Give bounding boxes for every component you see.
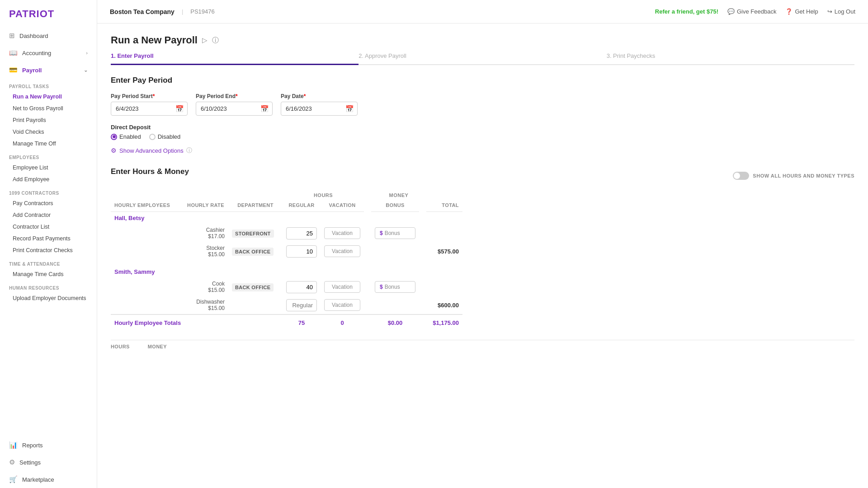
logout-icon: ↪ — [827, 8, 832, 15]
human-resources-label: HUMAN RESOURCES — [0, 280, 97, 292]
sidebar-item-pay-contractors[interactable]: Pay Contractors — [0, 197, 97, 209]
col-regular: Regular — [283, 201, 321, 212]
role-cook: Cook $15.00 — [183, 278, 228, 296]
pay-period-title: Enter Pay Period — [111, 76, 854, 85]
hours-money-title: Enter Hours & Money — [111, 167, 189, 176]
money-group-header: MONEY — [371, 190, 426, 201]
calendar-icon[interactable]: 📅 — [175, 105, 184, 113]
sidebar-item-upload-docs[interactable]: Upload Employer Documents — [0, 292, 97, 304]
toggle-label: SHOW ALL HOURS AND MONEY TYPES — [753, 173, 854, 178]
direct-deposit-disabled[interactable]: Disabled — [149, 133, 181, 140]
hours-group-header: HOURS — [283, 190, 364, 201]
topbar: Boston Tea Company | PS19476 Refer a fri… — [97, 0, 868, 23]
role-stocker: Stocker $15.00 — [183, 242, 228, 260]
show-advanced-options[interactable]: ⚙ Show Advanced Options ⓘ — [111, 146, 854, 155]
help-circle-icon[interactable]: ⓘ — [212, 36, 219, 45]
vacation-btn-smith-2[interactable]: Vacation — [324, 299, 360, 311]
regular-input-hall-1[interactable] — [286, 227, 317, 239]
totals-regular: 75 — [283, 314, 321, 331]
regular-input-smith-2[interactable] — [286, 299, 317, 311]
logout-link[interactable]: ↪ Log Out — [827, 8, 855, 15]
sidebar-item-manage-time-cards[interactable]: Manage Time Cards — [0, 268, 97, 280]
vacation-btn-hall-2[interactable]: Vacation — [324, 245, 360, 257]
marketplace-icon: 🛒 — [9, 475, 18, 483]
totals-total: $1,175.00 — [426, 314, 462, 331]
employee-name-smith[interactable]: Smith, Sammy — [114, 268, 155, 275]
sidebar-item-employee-list[interactable]: Employee List — [0, 162, 97, 174]
step-2[interactable]: 2. Approve Payroll — [359, 52, 606, 65]
pay-period-section: Enter Pay Period Pay Period Start* 📅 Pay… — [111, 76, 854, 155]
table-row: Stocker $15.00 BACK OFFICE Vacation $575… — [111, 242, 854, 260]
total-smith-1 — [426, 278, 462, 296]
show-all-toggle[interactable] — [733, 172, 749, 180]
start-label: Pay Period Start* — [111, 93, 188, 99]
radio-enabled-circle — [111, 134, 117, 140]
regular-input-smith-1[interactable] — [286, 281, 317, 293]
col-bonus: Bonus — [371, 201, 419, 212]
logo: PATRIOT — [9, 8, 54, 19]
pay-date-label: Pay Date* — [281, 93, 358, 99]
refer-link[interactable]: Refer a friend, get $75! — [655, 8, 718, 15]
sidebar-item-label: Marketplace — [22, 476, 54, 483]
sidebar-item-add-contractor[interactable]: Add Contractor — [0, 209, 97, 221]
calendar-icon[interactable]: 📅 — [260, 105, 269, 113]
dept-backoffice-2: BACK OFFICE — [232, 283, 274, 291]
settings-icon: ⚙ — [9, 458, 15, 466]
step-1[interactable]: 1. Enter Payroll — [111, 52, 359, 65]
employee-name-hall[interactable]: Hall, Betsy — [114, 215, 144, 221]
sidebar-item-manage-time-off[interactable]: Manage Time Off — [0, 138, 97, 150]
bonus-btn-hall-1[interactable]: $ Bonus — [375, 227, 415, 239]
sidebar-item-label: Dashboard — [19, 33, 48, 39]
calendar-icon[interactable]: 📅 — [345, 105, 354, 113]
help-icon: ❓ — [785, 8, 793, 15]
radio-disabled-circle — [149, 134, 156, 140]
sidebar-item-print-contractor-checks[interactable]: Print Contractor Checks — [0, 244, 97, 256]
help-icon-advanced[interactable]: ⓘ — [186, 146, 192, 155]
bonus-btn-smith-1[interactable]: $ Bonus — [375, 281, 415, 293]
totals-row: Hourly Employee Totals 75 0 $0.00 $1,175… — [111, 314, 854, 331]
sidebar-item-net-to-gross[interactable]: Net to Gross Payroll — [0, 103, 97, 114]
sidebar-item-reports[interactable]: 📊 Reports — [0, 436, 97, 454]
dept-backoffice-1: BACK OFFICE — [232, 248, 274, 256]
vacation-btn-smith-1[interactable]: Vacation — [324, 281, 360, 293]
sidebar-item-label: Accounting — [22, 50, 51, 56]
sidebar-item-label: Settings — [19, 459, 41, 466]
feedback-icon: 💬 — [727, 8, 735, 15]
sidebar-item-dashboard[interactable]: ⊞ Dashboard — [0, 27, 97, 44]
give-feedback-link[interactable]: 💬 Give Feedback — [727, 8, 776, 15]
direct-deposit-radio-group: Enabled Disabled — [111, 133, 854, 140]
sidebar-item-accounting[interactable]: 📖 Accounting › — [0, 44, 97, 61]
content-area: Run a New Payroll ▷ ⓘ 1. Enter Payroll 2… — [97, 23, 868, 488]
sidebar-item-record-past-payments[interactable]: Record Past Payments — [0, 233, 97, 244]
sidebar-item-add-employee[interactable]: Add Employee — [0, 174, 97, 185]
company-id: PS19476 — [190, 8, 215, 15]
sidebar-item-marketplace[interactable]: 🛒 Marketplace — [0, 471, 97, 488]
sidebar-item-print-payrolls[interactable]: Print Payrolls — [0, 114, 97, 126]
topbar-right: Refer a friend, get $75! 💬 Give Feedback… — [655, 8, 855, 15]
step-3[interactable]: 3. Print Paychecks — [607, 52, 854, 65]
payroll-icon: 💳 — [9, 66, 18, 74]
col-rate: Hourly Rate — [183, 201, 228, 212]
pay-period-end-group: Pay Period End* 📅 — [196, 93, 273, 116]
sidebar-item-void-checks[interactable]: Void Checks — [0, 126, 97, 138]
end-date-wrap: 📅 — [196, 102, 273, 116]
sidebar-item-label: Payroll — [22, 67, 42, 74]
sidebar: PATRIOT ⊞ Dashboard 📖 Accounting › 💳 Pay… — [0, 0, 97, 488]
table-row: Cashier $17.00 STOREFRONT Vacation $ Bon… — [111, 224, 854, 242]
sidebar-item-run-payroll[interactable]: Run a New Payroll — [0, 91, 97, 103]
video-icon[interactable]: ▷ — [202, 36, 208, 44]
employees-label: EMPLOYEES — [0, 150, 97, 162]
start-date-wrap: 📅 — [111, 102, 188, 116]
totals-label: Hourly Employee Totals — [111, 314, 283, 331]
get-help-link[interactable]: ❓ Get Help — [785, 8, 818, 15]
spacer-row — [111, 260, 854, 266]
page-title-row: Run a New Payroll ▷ ⓘ — [111, 34, 854, 46]
bottom-money-label: MONEY — [148, 344, 167, 349]
vacation-btn-hall-1[interactable]: Vacation — [324, 227, 360, 239]
direct-deposit-enabled[interactable]: Enabled — [111, 133, 141, 140]
regular-input-hall-2[interactable] — [286, 245, 317, 258]
sidebar-item-contractor-list[interactable]: Contractor List — [0, 221, 97, 233]
sidebar-item-settings[interactable]: ⚙ Settings — [0, 454, 97, 471]
gear-icon: ⚙ — [111, 147, 117, 154]
sidebar-item-payroll[interactable]: 💳 Payroll ⌄ — [0, 61, 97, 79]
